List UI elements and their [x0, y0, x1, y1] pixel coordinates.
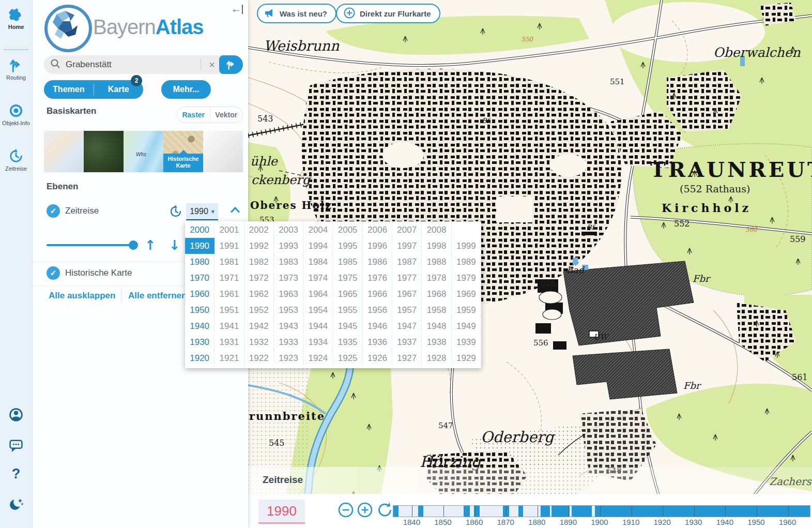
year-option-1995[interactable]: 1995	[333, 238, 362, 254]
feedback-button[interactable]	[0, 437, 32, 454]
basemap-thumb-luftbild[interactable]	[84, 131, 124, 172]
year-option-1999[interactable]: 1999	[452, 238, 481, 254]
year-option-1990[interactable]: 1990	[185, 238, 215, 254]
year-option-1969[interactable]: 1969	[452, 286, 481, 302]
search-route-button[interactable]	[219, 55, 243, 74]
year-option-1987[interactable]: 1987	[392, 254, 422, 270]
year-option-1934[interactable]: 1934	[303, 334, 333, 350]
vektor-option[interactable]: Vektor	[210, 111, 243, 119]
sidebar-item-home[interactable]: Home	[0, 7, 32, 30]
year-option-1963[interactable]: 1963	[274, 286, 303, 302]
year-option-1951[interactable]: 1951	[215, 302, 244, 318]
remove-all-link[interactable]: Alle entfernen	[128, 291, 187, 301]
year-option-1940[interactable]: 1940	[185, 318, 215, 334]
year-option-1992[interactable]: 1992	[244, 238, 274, 254]
year-option-1954[interactable]: 1954	[303, 302, 333, 318]
year-option-1944[interactable]: 1944	[303, 318, 333, 334]
year-option-2008[interactable]: 2008	[422, 222, 451, 238]
search-input[interactable]	[65, 59, 201, 70]
timeline-availability-segment[interactable]	[541, 506, 550, 517]
timeline-availability-segment[interactable]	[551, 506, 570, 517]
year-option-1921[interactable]: 1921	[215, 350, 244, 366]
year-option-1957[interactable]: 1957	[392, 302, 422, 318]
sidebar-item-routing[interactable]: Routing	[0, 57, 32, 81]
sidebar-item-zeitreise[interactable]: Zeitreise	[0, 148, 32, 172]
year-option-1950[interactable]: 1950	[185, 302, 215, 318]
year-option-1988[interactable]: 1988	[422, 254, 451, 270]
expand-all-link[interactable]: Alle ausklappen	[49, 291, 115, 301]
year-option-1926[interactable]: 1926	[363, 350, 392, 366]
year-option-1966[interactable]: 1966	[363, 286, 392, 302]
account-button[interactable]	[0, 406, 32, 423]
year-option-1927[interactable]: 1927	[392, 350, 422, 366]
year-option-1993[interactable]: 1993	[274, 238, 303, 254]
year-option-1922[interactable]: 1922	[244, 350, 274, 366]
year-option-1946[interactable]: 1946	[363, 318, 392, 334]
year-option-1986[interactable]: 1986	[363, 254, 392, 270]
chevron-up-icon[interactable]	[231, 206, 240, 215]
year-option-1942[interactable]: 1942	[244, 318, 274, 334]
year-option-1948[interactable]: 1948	[422, 318, 451, 334]
year-option-1925[interactable]: 1925	[333, 350, 362, 366]
year-option-1976[interactable]: 1976	[363, 270, 392, 286]
year-option-1920[interactable]: 1920	[185, 350, 215, 366]
timeline-availability-segment[interactable]	[464, 506, 470, 517]
year-option-1928[interactable]: 1928	[422, 350, 451, 366]
year-option-1952[interactable]: 1952	[244, 302, 274, 318]
year-option-1991[interactable]: 1991	[215, 238, 244, 254]
year-option-1958[interactable]: 1958	[422, 302, 451, 318]
year-option-1961[interactable]: 1961	[215, 286, 244, 302]
year-option-1980[interactable]: 1980	[185, 254, 215, 270]
help-button[interactable]: ?	[0, 467, 32, 481]
year-option-1935[interactable]: 1935	[333, 334, 362, 350]
year-option-1970[interactable]: 1970	[185, 270, 215, 286]
year-option-1932[interactable]: 1932	[244, 334, 274, 350]
year-option-2004[interactable]: 2004	[303, 222, 333, 238]
year-option-1979[interactable]: 1979	[452, 270, 481, 286]
opacity-slider-track[interactable]	[47, 244, 130, 246]
year-option-2002[interactable]: 2002	[244, 222, 274, 238]
clear-search-icon[interactable]: ×	[205, 59, 219, 71]
year-option-1941[interactable]: 1941	[215, 318, 244, 334]
timeline-availability-segment[interactable]	[393, 506, 399, 517]
timeline-track[interactable]	[393, 505, 810, 517]
basemap-thumb-historisch[interactable]: Historische Karte	[163, 131, 203, 172]
zoom-out-year-button[interactable]	[337, 501, 355, 521]
year-option-1933[interactable]: 1933	[274, 334, 303, 350]
year-option-1968[interactable]: 1968	[422, 286, 451, 302]
year-option-1996[interactable]: 1996	[363, 238, 392, 254]
year-option-2000[interactable]: 2000	[185, 222, 215, 238]
history-icon[interactable]	[168, 204, 183, 221]
year-dropdown[interactable]: 1990 ▾	[186, 203, 218, 220]
year-option-1978[interactable]: 1978	[422, 270, 451, 286]
timeline-availability-segment[interactable]	[418, 506, 423, 517]
timeline-availability-segment[interactable]	[572, 506, 592, 517]
bayernatlas-logo[interactable]	[44, 5, 92, 52]
reset-timeline-button[interactable]	[376, 501, 394, 521]
year-option-1975[interactable]: 1975	[333, 270, 362, 286]
year-option-1938[interactable]: 1938	[422, 334, 451, 350]
tab-themen[interactable]: Themen	[44, 85, 94, 94]
year-option-1947[interactable]: 1947	[392, 318, 422, 334]
tab-mehr[interactable]: Mehr...	[161, 80, 211, 99]
year-option-1998[interactable]: 1998	[422, 238, 451, 254]
year-option-1997[interactable]: 1997	[392, 238, 422, 254]
move-layer-down-button[interactable]: ↓	[169, 237, 180, 253]
year-option-1929[interactable]: 1929	[452, 350, 481, 366]
historische-karte-checkbox[interactable]: ✓	[47, 266, 60, 280]
year-option-1936[interactable]: 1936	[363, 334, 392, 350]
timeline-availability-segment[interactable]	[518, 506, 523, 517]
year-option-2001[interactable]: 2001	[215, 222, 244, 238]
zeitreise-checkbox[interactable]: ✓	[47, 204, 60, 218]
whats-new-button[interactable]: Was ist neu?	[257, 4, 336, 23]
year-option-1985[interactable]: 1985	[333, 254, 362, 270]
year-option-1971[interactable]: 1971	[215, 270, 244, 286]
basemap-thumb-topo[interactable]: Whs	[124, 131, 163, 172]
year-option-1945[interactable]: 1945	[333, 318, 362, 334]
year-option-1974[interactable]: 1974	[303, 270, 333, 286]
year-option-1973[interactable]: 1973	[274, 270, 303, 286]
year-option-2003[interactable]: 2003	[274, 222, 303, 238]
year-option-1943[interactable]: 1943	[274, 318, 303, 334]
year-option-1923[interactable]: 1923	[274, 350, 303, 366]
year-option-1965[interactable]: 1965	[333, 286, 362, 302]
